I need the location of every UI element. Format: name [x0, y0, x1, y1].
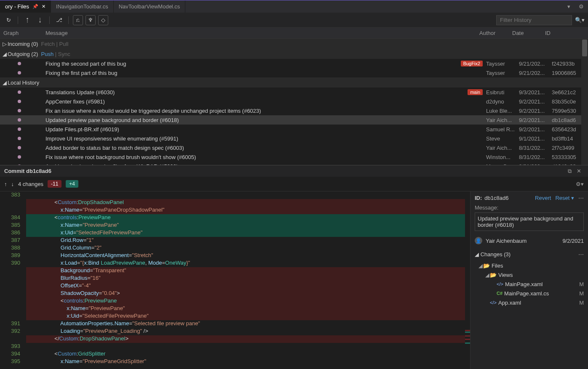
commit-date: 9/2/2021 — [562, 238, 584, 244]
tree-folder[interactable]: ◢ 📂 Files — [470, 261, 588, 270]
filter-input[interactable] — [496, 15, 572, 25]
dropdown-icon[interactable]: ▾ — [563, 3, 575, 10]
pin-icon[interactable]: 📌 — [32, 4, 38, 9]
outgoing-section[interactable]: ◢ Outgoing (2) Push | Sync — [0, 49, 588, 59]
search-icon[interactable]: 🔍▾ — [575, 15, 585, 25]
tab-files[interactable]: ory - Files 📌 ✕ — [0, 0, 51, 13]
line-number — [0, 275, 26, 282]
col-message[interactable]: Message — [45, 30, 479, 36]
commit-row[interactable]: Fixing the first part of this bug Taysse… — [0, 68, 588, 77]
commit-row[interactable]: AppCenter fixes (#5981) d2dyno 9/2/2021.… — [0, 97, 588, 106]
changes-count: 4 changes — [18, 181, 43, 187]
diff-line: 389 HorizontalContentAlignment="Stretch" — [0, 252, 470, 260]
caret-right-icon: ▷ — [3, 41, 8, 47]
push-link[interactable]: Push — [41, 51, 54, 57]
tab-label: ory - Files — [5, 3, 29, 10]
commit-hash: bd3ffb14 — [552, 135, 585, 142]
commit-row[interactable]: Translations Update (#6030)main Esibruti… — [0, 88, 588, 97]
pull-icon[interactable]: ⭭ — [35, 15, 45, 25]
diff-line: 394 <Custom:GridSplitter — [0, 350, 470, 358]
tab-navtoolbarviewmodel[interactable]: NavToolbarViewModel.cs — [114, 0, 186, 13]
reset-link[interactable]: Reset ▾ — [555, 195, 574, 201]
prev-change-icon[interactable]: ↑ — [4, 181, 7, 187]
refresh-icon[interactable]: ↻ — [3, 15, 13, 25]
commit-hash: 6356423d — [552, 126, 585, 133]
graph-mode-icon[interactable]: ⎌ — [73, 15, 83, 25]
col-graph[interactable]: Graph — [3, 30, 45, 36]
commit-date: 9/21/202... — [519, 61, 552, 67]
scrollbar[interactable] — [581, 39, 588, 165]
commit-date: 8/31/202... — [519, 154, 552, 160]
line-number — [0, 290, 26, 297]
graph-node — [18, 165, 21, 165]
fetch-icon[interactable]: ⭫ — [22, 15, 32, 25]
branch-icon[interactable]: ⎇ — [54, 15, 64, 25]
commit-message: Translations Update (#6030)main — [45, 89, 486, 96]
commit-row[interactable]: Avoid crash when dragging files from Win… — [0, 162, 588, 165]
more-icon[interactable]: ⋯ — [578, 251, 584, 258]
close-icon[interactable]: ✕ — [42, 4, 45, 9]
fetch-link[interactable]: Fetch — [41, 41, 55, 47]
gear-icon[interactable]: ⚙▾ — [576, 181, 584, 187]
commit-date: 9/21/202... — [519, 70, 552, 76]
commit-message: Fixing the first part of this bug — [45, 70, 486, 76]
commit-row[interactable]: Fixing the second part of this bugBugFix… — [0, 59, 588, 68]
tree-label: App.xaml — [498, 300, 521, 306]
commit-hash: 83b35c0e — [552, 98, 585, 105]
tree-folder[interactable]: ◢ 📂 Views — [470, 270, 588, 279]
diff-view[interactable]: 383 <Custom:DropShadowPanel x:Name="Prev… — [0, 191, 470, 369]
xaml-icon: </> — [490, 300, 497, 305]
pull-link[interactable]: Pull — [59, 41, 69, 47]
more-icon[interactable]: ⋯ — [578, 195, 584, 201]
tree-file[interactable]: C# MainPage.xaml.cs M — [470, 289, 588, 298]
tree-file[interactable]: </> App.xaml M — [470, 298, 588, 307]
graph-node — [18, 127, 21, 131]
next-change-icon[interactable]: ↓ — [11, 181, 14, 187]
diff-line: 390 x:Load="{x:Bind LoadPreviewPane, Mod… — [0, 260, 470, 267]
line-number — [0, 282, 26, 290]
diff-line: 392 Loading="PreviewPane_Loading" /> — [0, 328, 470, 335]
file-status: M — [579, 281, 584, 287]
revert-link[interactable]: Revert — [535, 195, 551, 201]
sync-link[interactable]: Sync — [58, 51, 70, 57]
commit-author: Marco G... — [486, 163, 519, 165]
caret-down-icon: ◢ — [3, 80, 8, 86]
commit-date: 9/3/2021... — [519, 89, 552, 96]
commit-message[interactable]: Updated preview pane background and bord… — [475, 212, 584, 231]
commit-message: AppCenter fixes (#5981) — [45, 98, 486, 105]
commit-author: Taysser — [486, 61, 519, 67]
id-label: ID: — [475, 195, 482, 201]
diff-line: <controls:PreviewPane — [0, 297, 470, 305]
commit-hash: f242933b — [552, 61, 585, 67]
local-history-section[interactable]: ◢ Local History — [0, 77, 588, 88]
commit-row[interactable]: Updated preview pane background and bord… — [0, 115, 588, 125]
col-date[interactable]: Date — [512, 30, 545, 36]
col-author[interactable]: Author — [479, 30, 512, 36]
close-icon[interactable]: ✕ — [574, 168, 584, 174]
diff-line: BlurRadius="16" — [0, 275, 470, 282]
branch-badge: main — [468, 89, 483, 95]
commit-row[interactable]: Improve UI responsiveness while enumerat… — [0, 134, 588, 143]
commit-row[interactable]: Fix an issue where a rebuild would be tr… — [0, 106, 588, 115]
changes-header: Changes (3) — [481, 251, 511, 258]
dock-icon[interactable]: ⧉ — [565, 168, 574, 175]
minimap[interactable] — [465, 191, 470, 369]
gear-icon[interactable]: ⚙ — [575, 3, 588, 10]
incoming-section[interactable]: ▷ Incoming (0) Fetch | Pull — [0, 39, 588, 49]
commit-hash: 19006865 — [552, 70, 585, 76]
commit-message: Updated preview pane background and bord… — [45, 117, 486, 123]
commit-row[interactable]: Update Files.pt-BR.xlf (#6019) Samuel R.… — [0, 125, 588, 134]
line-number — [0, 313, 26, 320]
commit-row[interactable]: Fix issue where root background brush wo… — [0, 152, 588, 162]
caret-down-icon[interactable]: ◢ — [475, 251, 481, 258]
filter-icon[interactable]: ◇ — [98, 15, 108, 25]
branch-filter-icon[interactable]: ♆ — [86, 15, 96, 25]
commit-row[interactable]: Added border to status bar to match desi… — [0, 143, 588, 152]
line-number: 395 — [0, 358, 26, 366]
tree-caret-icon: ◢ — [485, 272, 490, 278]
tree-file[interactable]: </> MainPage.xaml M — [470, 279, 588, 289]
tab-inavigationtoolbar[interactable]: INavigationToolbar.cs — [51, 0, 114, 13]
col-id[interactable]: ID — [545, 30, 578, 36]
branch-badge: BugFix2 — [461, 61, 483, 66]
commit-date: 9/2/2021... — [519, 117, 552, 123]
